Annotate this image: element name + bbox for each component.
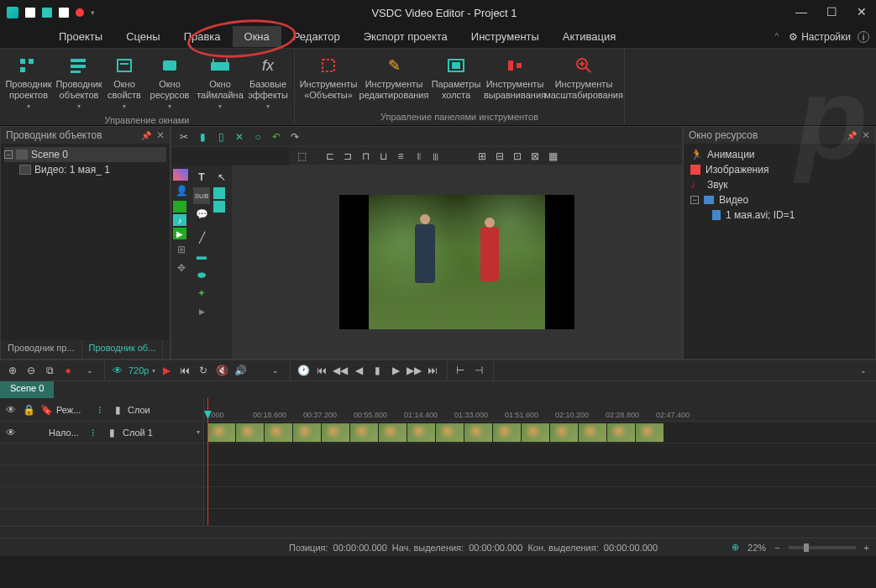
record-icon[interactable] [76, 8, 84, 17]
tool-cross-icon[interactable]: ✕ [232, 129, 247, 144]
vis-col-icon[interactable]: 👁 [3, 402, 18, 417]
ribbon-project-explorer[interactable]: Проводник проектов▾ [5, 52, 52, 115]
align-icon-2[interactable]: ⊐ [340, 149, 355, 164]
text-tool-icon[interactable]: T [193, 169, 210, 186]
zoom-slider[interactable] [789, 546, 856, 549]
timeline-track-empty[interactable] [204, 444, 876, 465]
tool-circle-icon[interactable]: ○ [250, 129, 265, 144]
collapse-icon[interactable]: − [690, 196, 699, 204]
tab-object-explorer[interactable]: Проводник об... [82, 340, 164, 359]
res-dropdown-icon[interactable]: ▾ [152, 367, 155, 375]
track-vis-icon[interactable]: 👁 [3, 425, 18, 440]
line-tool-icon[interactable]: ╱ [193, 229, 210, 246]
track-dropdown-icon[interactable]: ▾ [197, 428, 200, 436]
timeline-ruler[interactable]: .000 00:18.600 00:37.200 00:55.800 01:14… [204, 398, 876, 422]
ribbon-properties-window[interactable]: Окно свойств▾ [106, 52, 143, 115]
play-tool-icon[interactable]: ▶ [173, 228, 186, 239]
panel-tool-icon[interactable] [213, 187, 225, 199]
timeline-track-empty[interactable] [204, 487, 876, 509]
qat-icon-2[interactable] [42, 8, 52, 18]
pin-icon[interactable]: 📌 [847, 131, 857, 140]
distr-icon-6[interactable]: ▦ [545, 149, 560, 164]
first-frame-icon[interactable]: ⏮ [314, 363, 329, 378]
distr-icon-3[interactable]: ⊟ [492, 149, 507, 164]
step-fwd-icon[interactable]: ▶ [388, 363, 403, 378]
ribbon-basic-effects[interactable]: fxБазовые эффекты▾ [247, 52, 289, 115]
tool-icon-1[interactable]: ▮ [195, 129, 210, 144]
ribbon-align-tools[interactable]: Инструменты выравнивания [485, 52, 545, 104]
timeline-track-1[interactable] [204, 422, 876, 444]
ribbon-object-tools[interactable]: Инструменты «Объекты» [300, 52, 357, 104]
bars-col-icon[interactable]: ▮ [110, 402, 125, 417]
stop-icon[interactable]: ▮ [370, 363, 385, 378]
maximize-button[interactable]: ☐ [824, 5, 839, 20]
lock-col-icon[interactable]: 🔒 [21, 402, 36, 417]
zoom-out-btn[interactable]: − [774, 543, 779, 553]
tool-icon-2[interactable]: ▯ [213, 129, 228, 144]
wave-col-icon[interactable]: ⫶ [92, 402, 108, 417]
chevron-down-icon[interactable]: ⌄ [268, 363, 283, 378]
cursor-tool-icon[interactable]: ↖ [213, 169, 230, 186]
res-sound[interactable]: ♪Звук [687, 177, 872, 192]
redo-icon[interactable]: ↷ [287, 129, 302, 144]
menu-activation[interactable]: Активация [551, 26, 627, 47]
ribbon-zoom-tools[interactable]: Инструменты масштабирования [548, 52, 619, 104]
last-frame-icon[interactable]: ⏭ [425, 363, 440, 378]
ribbon-resources-window[interactable]: Окно ресурсов▾ [146, 52, 193, 115]
res-video-file[interactable]: 1 мая.avi; ID=1 [687, 207, 872, 223]
crop-tool-icon[interactable]: ⬚ [294, 149, 309, 164]
zoom-in-icon[interactable]: ⊕ [5, 363, 20, 378]
ellipse-tool-icon[interactable]: ⬬ [193, 266, 210, 283]
settings-link[interactable]: Настройки [801, 31, 851, 43]
menu-scenes[interactable]: Сцены [114, 26, 171, 47]
zoom-out-icon[interactable]: ⊖ [24, 363, 39, 378]
link-icon[interactable]: ⧉ [42, 363, 57, 378]
target-icon[interactable]: ⊕ [732, 542, 739, 553]
rect-tool-icon[interactable]: ▬ [193, 248, 210, 265]
eye-icon[interactable]: 👁 [110, 363, 125, 378]
menu-windows[interactable]: Окна [233, 26, 281, 47]
mute-icon[interactable]: 🔇 [214, 363, 229, 378]
clock-icon[interactable]: 🕐 [296, 363, 311, 378]
ribbon-timeline-window[interactable]: Окно таймлайна▾ [197, 52, 244, 115]
ribbon-object-explorer[interactable]: Проводник объектов▾ [55, 52, 102, 115]
grid-tool-icon[interactable]: ⊞ [173, 241, 190, 258]
marker-icon-1[interactable]: ⊢ [453, 363, 468, 378]
step-back-icon[interactable]: ◀ [351, 363, 366, 378]
menu-editor[interactable]: Редактор [281, 26, 352, 47]
video-canvas[interactable] [339, 195, 574, 329]
undo-icon[interactable]: ↶ [269, 129, 284, 144]
qat-icon-1[interactable] [25, 8, 35, 18]
speech-tool-icon[interactable]: 💬 [193, 206, 210, 223]
ribbon-canvas-params[interactable]: Параметры холста [431, 52, 481, 104]
playhead[interactable] [207, 398, 208, 526]
person-tool-icon[interactable]: 👤 [173, 182, 190, 199]
prev-icon[interactable]: ◀◀ [333, 363, 348, 378]
res-animations[interactable]: 🏃Анимации [687, 147, 872, 162]
align-icon-7[interactable]: ⫼ [428, 149, 443, 164]
timeline-tracks-area[interactable]: .000 00:18.600 00:37.200 00:55.800 01:14… [204, 398, 876, 526]
tag-col-icon[interactable]: 🔖 [39, 402, 54, 417]
collapse-icon[interactable]: − [4, 150, 13, 159]
move-tool-icon[interactable]: ✥ [173, 260, 190, 276]
expand-ribbon-icon[interactable]: ^ [774, 32, 779, 41]
volume-icon[interactable]: 🔊 [233, 363, 248, 378]
tab-project-explorer[interactable]: Проводник пр... [1, 340, 82, 359]
menu-tools[interactable]: Инструменты [459, 26, 551, 47]
timeline-tab-scene0[interactable]: Scene 0 [0, 381, 54, 398]
skip-start-icon[interactable]: ⏮ [177, 363, 192, 378]
resolution-label[interactable]: 720p [129, 365, 149, 375]
chevron-down-icon[interactable]: ⌄ [856, 363, 871, 378]
align-icon-6[interactable]: ⫴ [411, 149, 426, 164]
panel-close-icon[interactable]: ✕ [156, 129, 165, 141]
record-icon[interactable]: ● [60, 363, 76, 378]
tree-video-row[interactable]: Видео: 1 мая_ 1 [4, 162, 166, 177]
close-button[interactable]: ✕ [854, 5, 869, 20]
res-images[interactable]: Изображения [687, 162, 872, 177]
timeline-track-empty[interactable] [204, 465, 876, 487]
freeform-tool-icon[interactable]: ✦ [193, 285, 210, 302]
menu-edit[interactable]: Правка [172, 26, 233, 47]
minimize-button[interactable]: — [794, 5, 809, 20]
track-wave-icon[interactable]: ⫶ [86, 425, 101, 440]
loop-icon[interactable]: ↻ [196, 363, 211, 378]
